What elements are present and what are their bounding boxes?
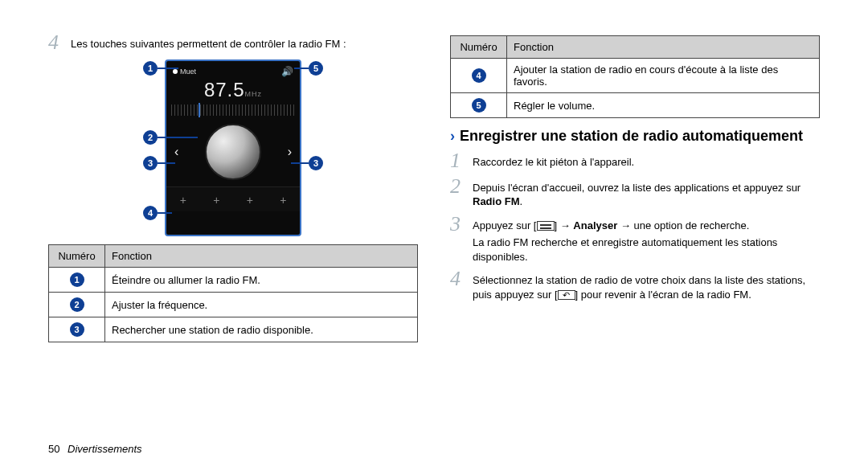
step-4: 4 Sélectionnez la station de radio de vo… (450, 268, 820, 301)
bold-fragment: Analyser (573, 219, 617, 231)
callout-1: 1 (143, 61, 158, 76)
step-text: Les touches suivantes permettent de cont… (71, 32, 346, 51)
row-number-icon: 1 (70, 272, 84, 287)
table-row: 4 Ajouter la station de radio en cours d… (451, 59, 820, 93)
volume-icon: 🔊 (281, 66, 293, 77)
row-function: Régler le volume. (507, 93, 820, 118)
section-name: Divertissements (68, 443, 141, 455)
page-footer: 50 Divertissements (48, 443, 142, 455)
text-fragment: . (520, 195, 523, 207)
function-table-left: Numéro Fonction 1 Éteindre ou allumer la… (48, 244, 418, 342)
page-number: 50 (48, 443, 59, 455)
radio-figure: Muet 🔊 87.5MHz ‹ › + + + + (129, 59, 338, 236)
row-number-icon: 2 (70, 297, 84, 312)
text-fragment: ] → (555, 219, 574, 231)
row-function: Éteindre ou allumer la radio FM. (105, 268, 418, 293)
step-number: 1 (450, 150, 473, 171)
step-subtext: La radio FM recherche et enregistre auto… (473, 236, 820, 264)
table-header-function: Fonction (105, 245, 418, 268)
table-row: 2 Ajuster la fréquence. (49, 293, 418, 317)
table-header-number: Numéro (451, 36, 507, 59)
plus-icon: + (280, 194, 286, 207)
step-text: Depuis l'écran d'accueil, ouvrez la list… (473, 176, 820, 209)
text-fragment: → une option de recherche. (617, 219, 749, 231)
frequency-value: 87.5 (204, 79, 245, 100)
mute-label: Muet (180, 68, 196, 76)
table-header-function: Fonction (507, 36, 820, 59)
text-fragment: Depuis l'écran d'accueil, ouvrez la list… (473, 182, 800, 194)
callout-line (294, 68, 309, 69)
row-function: Ajuster la fréquence. (105, 293, 418, 317)
step-text: Raccordez le kit piéton à l'appareil. (473, 150, 634, 170)
callout-line (158, 162, 175, 164)
step-number: 2 (450, 176, 473, 197)
text-fragment: Appuyez sur [ (473, 219, 537, 231)
step-4-intro: 4 Les touches suivantes permettent de co… (48, 32, 418, 53)
callout-line (291, 162, 309, 164)
prev-arrow-icon: ‹ (174, 145, 178, 159)
step-number: 3 (450, 214, 473, 235)
frequency-display: 87.5MHz (166, 79, 300, 101)
row-number-icon: 4 (472, 68, 486, 83)
step-2: 2 Depuis l'écran d'accueil, ouvrez la li… (450, 176, 820, 209)
frequency-unit: MHz (245, 90, 263, 98)
step-3: 3 Appuyez sur [] → Analyser → une option… (450, 214, 820, 264)
callout-line (158, 68, 178, 69)
callout-4: 4 (143, 206, 158, 220)
callout-3-right: 3 (309, 156, 323, 170)
callout-line (158, 212, 172, 214)
text-fragment: ] pour revenir à l'écran de la radio FM. (575, 289, 751, 301)
plus-icon: + (213, 194, 219, 207)
table-row: 1 Éteindre ou allumer la radio FM. (49, 268, 418, 293)
left-column: 4 Les touches suivantes permettent de co… (48, 32, 418, 342)
section-heading: › Enregistrer une station de radio autom… (450, 128, 820, 145)
row-function: Ajouter la station de radio en cours d'é… (507, 59, 820, 93)
radio-screen: Muet 🔊 87.5MHz ‹ › + + + + (165, 59, 301, 236)
page-columns: 4 Les touches suivantes permettent de co… (48, 32, 820, 342)
right-column: Numéro Fonction 4 Ajouter la station de … (450, 32, 820, 342)
bold-fragment: Radio FM (473, 195, 520, 207)
callout-line (158, 137, 198, 138)
table-row: 3 Rechercher une station de radio dispon… (49, 317, 418, 342)
tuning-dial (205, 124, 261, 180)
back-icon: ↶ (558, 290, 575, 300)
section-title: Enregistrer une station de radio automat… (460, 128, 803, 145)
plus-icon: + (180, 194, 186, 207)
menu-icon (537, 221, 555, 231)
callout-5: 5 (309, 61, 323, 76)
favorites-row: + + + + (166, 186, 300, 211)
row-function: Rechercher une station de radio disponib… (105, 317, 418, 342)
next-arrow-icon: › (288, 145, 292, 159)
function-table-right: Numéro Fonction 4 Ajouter la station de … (450, 35, 820, 118)
step-number: 4 (48, 32, 71, 53)
step-number: 4 (450, 268, 473, 289)
table-row: 5 Régler le volume. (451, 93, 820, 118)
callout-2: 2 (143, 130, 158, 145)
step-text: Appuyez sur [] → Analyser → une option d… (473, 214, 820, 264)
step-1: 1 Raccordez le kit piéton à l'appareil. (450, 150, 820, 171)
step-text: Sélectionnez la station de radio de votr… (473, 268, 820, 301)
table-header-number: Numéro (49, 245, 105, 268)
row-number-icon: 5 (472, 98, 486, 113)
chevron-icon: › (450, 128, 455, 145)
callout-3-left: 3 (143, 156, 158, 170)
frequency-scale (171, 104, 295, 116)
row-number-icon: 3 (70, 322, 84, 337)
plus-icon: + (247, 194, 253, 207)
